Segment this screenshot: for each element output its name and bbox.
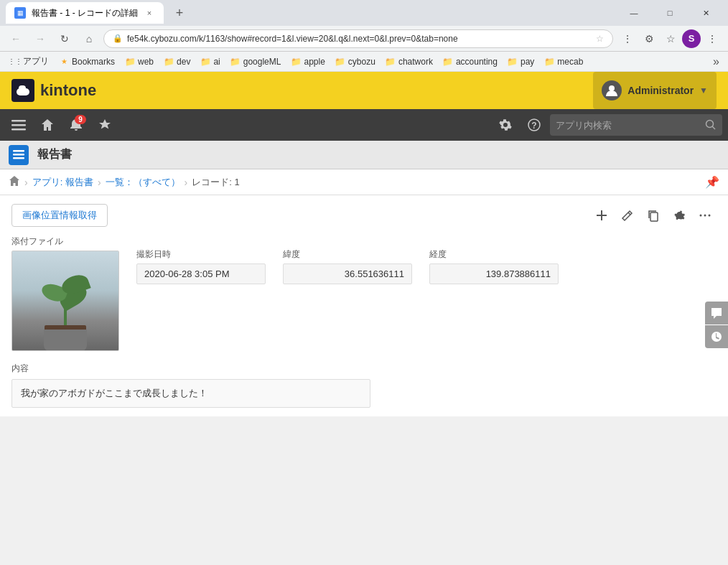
more-bookmarks-button[interactable]: » <box>710 54 722 70</box>
folder-icon: 📁 <box>508 57 518 67</box>
bookmark-cybozu[interactable]: 📁 cybozu <box>331 55 380 68</box>
bookmark-accounting[interactable]: 📁 accounting <box>439 55 502 68</box>
pin-icon[interactable]: 📌 <box>705 175 719 189</box>
browser-titlebar: ▦ 報告書 - 1 - レコードの詳細 × + — □ ✕ <box>0 0 728 26</box>
star-icon: ★ <box>59 57 69 67</box>
breadcrumb-view-link[interactable]: 一覧：（すべて） <box>106 176 180 189</box>
back-button[interactable]: ← <box>6 29 26 49</box>
address-url: fe54k.cybozu.com/k/1163/show#record=1&l.… <box>127 34 592 44</box>
breadcrumb-separator-3: › <box>185 177 188 188</box>
app-header: 報告書 <box>0 141 728 169</box>
attachment-field-group: 添付ファイル <box>11 235 119 351</box>
content-section: 内容 我が家のアボガドがここまで成長しました！ <box>11 363 717 408</box>
logo-cloud-icon <box>11 79 34 102</box>
main-content: 画像位置情報取得 <box>0 195 728 416</box>
kintone-logo[interactable]: kintone <box>11 79 96 102</box>
extensions-button[interactable]: ⋮ <box>617 29 638 49</box>
breadcrumb-record: レコード: 1 <box>192 176 239 189</box>
date-value: 2020-06-28 3:05 PM <box>136 263 266 284</box>
close-button[interactable]: ✕ <box>689 1 722 24</box>
browser-actions: ⋮ ⚙ ☆ S ⋮ <box>617 29 722 49</box>
folder-icon: 📁 <box>164 57 174 67</box>
lock-icon: 🔒 <box>113 34 123 43</box>
get-image-location-button[interactable]: 画像位置情報取得 <box>11 204 108 227</box>
refresh-button[interactable]: ↻ <box>55 29 75 49</box>
longitude-field-group: 経度 139.873886111 <box>429 248 559 284</box>
settings-record-button[interactable] <box>668 204 691 227</box>
window-controls: — □ ✕ <box>617 1 722 24</box>
attachment-label: 添付ファイル <box>11 235 119 248</box>
apps-button[interactable]: ⋮⋮ アプリ <box>6 54 53 69</box>
help-button[interactable]: ? <box>521 112 547 138</box>
bookmark-apple[interactable]: 📁 apple <box>286 55 329 68</box>
svg-rect-3 <box>11 120 26 122</box>
menu-button[interactable]: ⋮ <box>702 29 722 49</box>
bookmark-dev[interactable]: 📁 dev <box>159 55 195 68</box>
breadcrumb-app-prefix: アプリ: <box>32 177 65 187</box>
svg-point-19 <box>704 215 706 217</box>
more-options-button[interactable] <box>694 204 717 227</box>
longitude-label: 経度 <box>429 248 559 261</box>
folder-icon: 📁 <box>443 57 453 67</box>
latitude-value: 36.551636111 <box>283 263 412 284</box>
plant-pot <box>44 330 87 351</box>
tab-title: 報告書 - 1 - レコードの詳細 <box>32 7 138 19</box>
content-label: 内容 <box>11 363 717 375</box>
gear-settings-button[interactable] <box>493 112 518 138</box>
attachment-thumbnail[interactable] <box>11 251 119 351</box>
bookmarks-folder[interactable]: ★ Bookmarks <box>55 55 119 68</box>
folder-icon: 📁 <box>200 57 210 67</box>
bookmark-web[interactable]: 📁 web <box>121 55 158 68</box>
svg-rect-10 <box>13 150 24 152</box>
bookmark-mecab[interactable]: 📁 mecab <box>540 55 587 68</box>
kintone-header: kintone Administrator ▼ <box>0 72 728 109</box>
fields-section: 添付ファイル 撮影日時 2020-06-28 3:05 PM 緯度 36.551… <box>11 235 717 351</box>
bookmark-ai-label: ai <box>213 57 220 67</box>
bookmark-pay[interactable]: 📁 pay <box>503 55 538 68</box>
breadcrumb-app-link[interactable]: アプリ: 報告書 <box>32 176 93 189</box>
bookmark-chatwork-label: chatwork <box>398 57 433 67</box>
cast-button[interactable]: ☆ <box>661 29 681 49</box>
bookmark-ai[interactable]: 📁 ai <box>196 55 224 68</box>
home-nav-button[interactable] <box>34 112 60 138</box>
copy-record-button[interactable] <box>642 204 665 227</box>
search-input[interactable] <box>556 120 701 131</box>
breadcrumb-home-icon[interactable] <box>9 175 20 190</box>
tab-close-button[interactable]: × <box>144 7 155 19</box>
bottom-area <box>0 416 728 488</box>
address-field[interactable]: 🔒 fe54k.cybozu.com/k/1163/show#record=1&… <box>103 29 613 48</box>
profile-button[interactable]: S <box>682 29 701 48</box>
new-tab-button[interactable]: + <box>169 3 190 23</box>
forward-button[interactable]: → <box>30 29 50 49</box>
search-button[interactable] <box>705 119 717 131</box>
svg-point-18 <box>700 215 702 217</box>
favorites-button[interactable] <box>92 112 118 138</box>
maximize-button[interactable]: □ <box>653 1 686 24</box>
add-record-button[interactable] <box>590 204 613 227</box>
bookmark-googleml[interactable]: 📁 googleML <box>226 55 286 68</box>
hamburger-menu-button[interactable] <box>6 112 32 138</box>
svg-rect-1 <box>19 85 26 91</box>
svg-point-2 <box>609 85 615 91</box>
bookmark-apple-label: apple <box>304 57 325 67</box>
app-title: 報告書 <box>37 147 72 162</box>
notifications-button[interactable]: 9 <box>63 112 89 138</box>
search-area[interactable] <box>550 114 722 136</box>
svg-rect-16 <box>650 213 658 221</box>
minimize-button[interactable]: — <box>617 1 650 24</box>
breadcrumb-app-name: 報告書 <box>65 177 93 187</box>
record-toolbar: 画像位置情報取得 <box>11 204 717 227</box>
user-area[interactable]: Administrator ▼ <box>593 72 717 109</box>
bookmark-star-icon[interactable]: ☆ <box>596 34 604 44</box>
user-avatar-icon <box>602 80 622 101</box>
bookmark-chatwork[interactable]: 📁 chatwork <box>381 55 437 68</box>
edit-record-button[interactable] <box>616 204 639 227</box>
date-field-group: 撮影日時 2020-06-28 3:05 PM <box>136 248 266 284</box>
comment-panel-button[interactable] <box>705 302 728 324</box>
bookmarks-bar: ⋮⋮ アプリ ★ Bookmarks 📁 web 📁 dev 📁 ai 📁 go… <box>0 52 728 72</box>
history-panel-button[interactable] <box>705 325 728 348</box>
kintone-navbar: 9 ? <box>0 109 728 141</box>
home-button[interactable]: ⌂ <box>79 29 99 49</box>
browser-tab[interactable]: ▦ 報告書 - 1 - レコードの詳細 × <box>6 2 164 24</box>
settings-button[interactable]: ⚙ <box>639 29 659 49</box>
